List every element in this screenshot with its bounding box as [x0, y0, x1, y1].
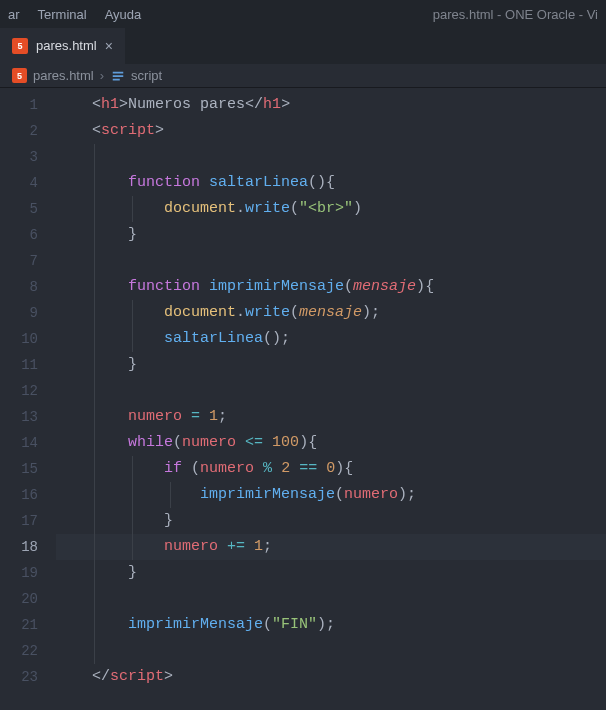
- line-number: 6: [0, 222, 56, 248]
- line-number: 20: [0, 586, 56, 612]
- line-number: 13: [0, 404, 56, 430]
- window-title: pares.html - ONE Oracle - Vi: [433, 7, 598, 22]
- tab-pares[interactable]: 5 pares.html ×: [0, 28, 125, 64]
- menu-left: ar Terminal Ayuda: [8, 7, 141, 22]
- code-line[interactable]: [56, 248, 606, 274]
- code-line[interactable]: }: [56, 352, 606, 378]
- code-line[interactable]: numero = 1;: [56, 404, 606, 430]
- line-number: 19: [0, 560, 56, 586]
- line-number: 21: [0, 612, 56, 638]
- code-area[interactable]: <h1>Numeros pares</h1> <script> function…: [56, 88, 606, 710]
- line-number: 23: [0, 664, 56, 690]
- menu-bar: ar Terminal Ayuda pares.html - ONE Oracl…: [0, 0, 606, 28]
- code-line[interactable]: function saltarLinea(){: [56, 170, 606, 196]
- line-number: 8: [0, 274, 56, 300]
- html-file-icon: 5: [12, 68, 27, 83]
- code-line[interactable]: </script>: [56, 664, 606, 690]
- line-number: 4: [0, 170, 56, 196]
- code-line[interactable]: [56, 638, 606, 664]
- line-number: 17: [0, 508, 56, 534]
- line-number: 14: [0, 430, 56, 456]
- line-number: 5: [0, 196, 56, 222]
- line-number: 18: [0, 534, 56, 560]
- code-line[interactable]: imprimirMensaje(numero);: [56, 482, 606, 508]
- code-line[interactable]: document.write("<br>"): [56, 196, 606, 222]
- code-line[interactable]: function imprimirMensaje(mensaje){: [56, 274, 606, 300]
- tab-label: pares.html: [36, 38, 97, 53]
- line-number: 9: [0, 300, 56, 326]
- line-number-gutter: 1234567891011121314151617181920212223: [0, 88, 56, 710]
- code-line[interactable]: }: [56, 222, 606, 248]
- code-line[interactable]: [56, 144, 606, 170]
- code-line[interactable]: }: [56, 508, 606, 534]
- menu-item-help[interactable]: Ayuda: [105, 7, 142, 22]
- line-number: 10: [0, 326, 56, 352]
- line-number: 12: [0, 378, 56, 404]
- line-number: 16: [0, 482, 56, 508]
- menu-item-terminal[interactable]: Terminal: [38, 7, 87, 22]
- breadcrumb-file[interactable]: pares.html: [33, 68, 94, 83]
- code-line[interactable]: document.write(mensaje);: [56, 300, 606, 326]
- code-block-icon: [110, 68, 125, 83]
- line-number: 3: [0, 144, 56, 170]
- code-line[interactable]: saltarLinea();: [56, 326, 606, 352]
- code-line[interactable]: [56, 586, 606, 612]
- code-line[interactable]: }: [56, 560, 606, 586]
- tab-bar: 5 pares.html ×: [0, 28, 606, 64]
- line-number: 22: [0, 638, 56, 664]
- code-line[interactable]: while(numero <= 100){: [56, 430, 606, 456]
- code-line[interactable]: imprimirMensaje("FIN");: [56, 612, 606, 638]
- code-line[interactable]: if (numero % 2 == 0){: [56, 456, 606, 482]
- code-line[interactable]: numero += 1;: [56, 534, 606, 560]
- line-number: 15: [0, 456, 56, 482]
- line-number: 7: [0, 248, 56, 274]
- breadcrumb[interactable]: 5 pares.html › script: [0, 64, 606, 88]
- code-line[interactable]: <h1>Numeros pares</h1>: [56, 92, 606, 118]
- line-number: 2: [0, 118, 56, 144]
- close-icon[interactable]: ×: [105, 39, 113, 53]
- code-line[interactable]: [56, 378, 606, 404]
- line-number: 1: [0, 92, 56, 118]
- html-file-icon: 5: [12, 38, 28, 54]
- menu-item[interactable]: ar: [8, 7, 20, 22]
- breadcrumb-symbol[interactable]: script: [131, 68, 162, 83]
- code-editor[interactable]: 1234567891011121314151617181920212223 <h…: [0, 88, 606, 710]
- line-number: 11: [0, 352, 56, 378]
- chevron-right-icon: ›: [100, 68, 104, 83]
- code-line[interactable]: <script>: [56, 118, 606, 144]
